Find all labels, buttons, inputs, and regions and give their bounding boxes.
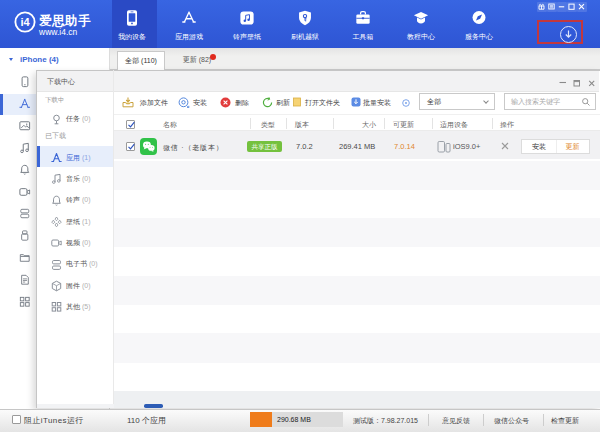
svg-text:i4: i4 <box>20 16 30 28</box>
